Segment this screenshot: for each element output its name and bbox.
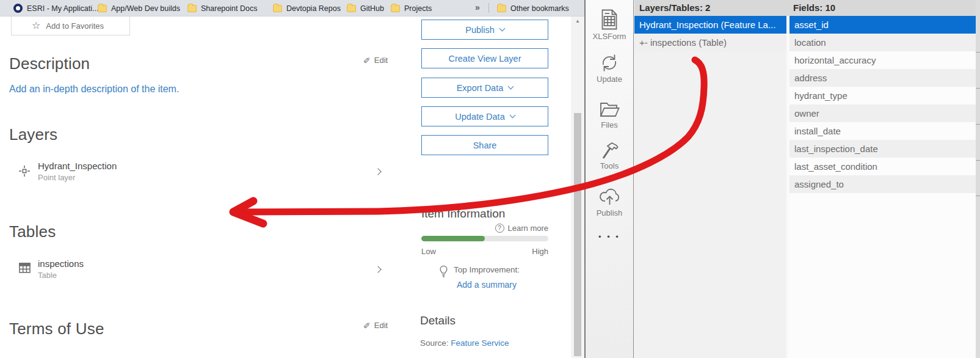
nav-label-publish[interactable]: Publish — [586, 208, 633, 217]
add-to-favorites-label: Add to Favorites — [46, 21, 104, 31]
layers-tables-list: Hydrant_Inspection (Feature La... +- ins… — [634, 16, 786, 358]
nav-item-xlsform[interactable] — [586, 9, 633, 33]
update-data-button[interactable]: Update Data — [421, 106, 548, 126]
learn-more-label: Learn more — [508, 224, 548, 233]
create-view-layer-button[interactable]: Create View Layer — [421, 48, 548, 68]
bookmark-label: Sharepoint Docs — [201, 4, 257, 13]
refresh-icon — [599, 53, 620, 73]
fields-scroll-strip[interactable] — [976, 0, 980, 358]
field-row[interactable]: last_asset_condition — [789, 158, 976, 175]
field-row[interactable]: assigned_to — [789, 175, 976, 193]
other-bookmarks-button[interactable]: Other bookmarks — [497, 2, 569, 15]
item-information-heading: Item Information — [421, 207, 505, 221]
item-page: ☆ Add to Favorites Description ✎ Edit Ad… — [0, 16, 571, 358]
row-tick — [976, 160, 980, 161]
layers-tables-count-header: Layers/Tables: 2 — [639, 2, 710, 13]
bookmarks-overflow-chevron-icon[interactable]: » — [475, 2, 480, 12]
nav-label-update[interactable]: Update — [586, 75, 633, 84]
hammer-icon — [598, 139, 620, 161]
nav-item-publish[interactable] — [586, 185, 633, 210]
bookmark-label: App/Web Dev builds — [111, 4, 180, 13]
low-label: Low — [421, 247, 436, 256]
point-layer-icon — [18, 165, 31, 180]
page-scrollbar[interactable]: ▲ — [571, 16, 584, 358]
field-row[interactable]: location — [789, 34, 976, 51]
layer-row-inspections-table[interactable]: +- inspections (Table) — [634, 34, 786, 51]
bookmark-item-appwebdev[interactable]: App/Web Dev builds — [98, 2, 180, 15]
edit-description-button[interactable]: ✎ Edit — [363, 55, 388, 65]
field-row[interactable]: owner — [789, 104, 976, 122]
learn-more-link[interactable]: ? Learn more — [421, 224, 548, 233]
bookmark-label: Devtopia Repos — [286, 4, 341, 13]
pencil-icon: ✎ — [363, 55, 371, 65]
share-button-label: Share — [473, 141, 497, 150]
publish-button[interactable]: Publish — [421, 20, 548, 40]
bookmarks-separator — [488, 3, 489, 13]
edit-label: Edit — [374, 321, 388, 330]
connect-lists-header: Layers/Tables: 2 Fields: 10 — [634, 0, 980, 16]
field-row[interactable]: install_date — [789, 122, 976, 140]
share-button[interactable]: Share — [421, 135, 548, 155]
bookmark-item-devtopia[interactable]: Devtopia Repos — [273, 2, 341, 15]
field-row[interactable]: address — [789, 69, 976, 87]
nav-label-xlsform[interactable]: XLSForm — [586, 32, 633, 41]
nav-item-files[interactable] — [586, 98, 633, 122]
field-row[interactable]: asset_id — [789, 16, 976, 34]
nav-more-ellipsis-button[interactable]: • • • — [586, 232, 633, 241]
export-data-button[interactable]: Export Data — [421, 78, 548, 98]
other-bookmarks-label: Other bookmarks — [510, 4, 569, 13]
add-to-favorites-button[interactable]: ☆ Add to Favorites — [11, 16, 130, 35]
fields-list: asset_id location horizontal_accuracy ad… — [789, 16, 976, 358]
scrollbar-thumb[interactable] — [574, 113, 581, 356]
create-view-layer-label: Create View Layer — [448, 54, 521, 64]
chevron-down-icon — [499, 26, 505, 32]
nav-label-tools[interactable]: Tools — [586, 161, 633, 170]
bookmark-item-sharepoint[interactable]: Sharepoint Docs — [187, 2, 257, 15]
chevron-down-icon — [508, 84, 514, 90]
layer-list-item[interactable]: Hydrant_Inspection Point layer — [38, 161, 117, 182]
terms-of-use-heading: Terms of Use — [9, 320, 104, 338]
add-a-summary-link[interactable]: Add a summary — [457, 280, 517, 290]
table-name: inspections — [38, 258, 84, 269]
cloud-upload-icon — [598, 185, 621, 207]
tables-heading: Tables — [9, 222, 56, 241]
esri-favicon-icon — [13, 4, 23, 13]
row-tick — [976, 52, 980, 53]
bookmark-item-github[interactable]: GitHub — [347, 2, 384, 15]
layer-type: Point layer — [38, 173, 117, 182]
lightbulb-icon — [439, 265, 448, 278]
folder-icon — [187, 5, 197, 12]
table-icon — [19, 263, 31, 276]
field-row[interactable]: horizontal_accuracy — [789, 51, 976, 69]
bookmark-item-esri[interactable]: ESRI - My Applicati... — [13, 2, 98, 15]
layer-row-hydrant-inspection[interactable]: Hydrant_Inspection (Feature La... — [634, 16, 786, 34]
high-label: High — [532, 247, 548, 256]
question-circle-icon: ? — [495, 224, 504, 233]
field-row[interactable]: last_inspection_date — [789, 140, 976, 158]
row-tick — [976, 195, 980, 196]
export-data-label: Export Data — [457, 83, 504, 93]
folder-icon — [497, 5, 506, 12]
table-type: Table — [38, 271, 84, 280]
field-row[interactable]: hydrant_type — [789, 87, 976, 104]
chevron-right-icon[interactable] — [374, 266, 381, 272]
pencil-icon: ✎ — [363, 320, 371, 330]
scroll-up-arrow-icon[interactable]: ▲ — [571, 18, 584, 24]
add-description-link[interactable]: Add an in-depth description of the item. — [9, 84, 179, 95]
nav-item-update[interactable] — [586, 53, 633, 76]
source-row: Source: Feature Service — [420, 338, 509, 348]
update-data-label: Update Data — [455, 112, 504, 122]
bookmark-item-projects[interactable]: Projects — [391, 2, 432, 15]
connect-nav-rail: XLSForm Update Files Tools — [586, 0, 634, 358]
details-heading: Details — [420, 314, 456, 327]
nav-item-tools[interactable] — [586, 139, 633, 164]
chevron-right-icon[interactable] — [374, 168, 381, 175]
progress-scale-labels: Low High — [421, 247, 548, 256]
bookmark-label: ESRI - My Applicati... — [27, 4, 98, 13]
table-list-item[interactable]: inspections Table — [38, 258, 84, 280]
feature-service-link[interactable]: Feature Service — [451, 338, 509, 348]
xlsform-spreadsheet-icon — [598, 9, 620, 31]
folder-icon — [391, 5, 400, 12]
edit-terms-button[interactable]: ✎ Edit — [363, 320, 388, 330]
nav-label-files[interactable]: Files — [586, 120, 633, 130]
